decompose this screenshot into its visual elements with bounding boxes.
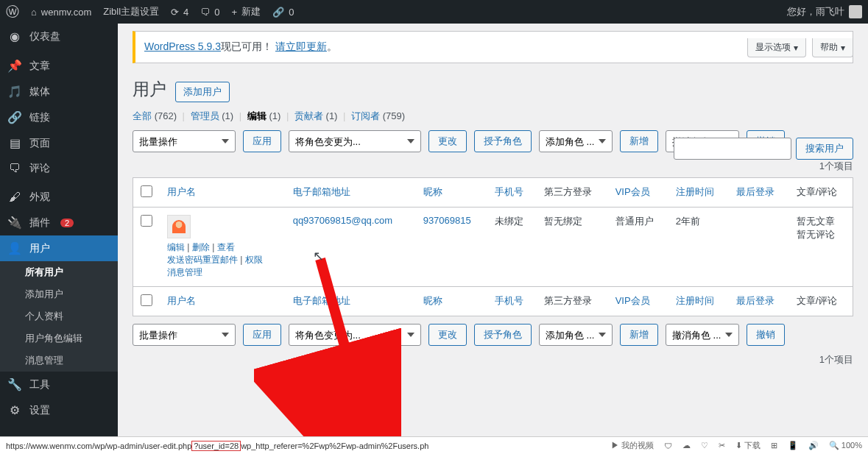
col-vip[interactable]: VIP会员: [615, 186, 650, 197]
filter-editor[interactable]: 编辑: [247, 110, 267, 121]
phone-icon[interactable]: 📱: [788, 441, 798, 450]
col-username[interactable]: 用户名: [167, 295, 196, 306]
video-icon[interactable]: ▶ 我的视频: [611, 440, 654, 451]
search-input[interactable]: [674, 138, 791, 160]
menu-tools[interactable]: 🔧工具: [0, 372, 118, 397]
action-msg[interactable]: 消息管理: [167, 267, 202, 277]
search-button[interactable]: 搜索用户: [796, 138, 853, 160]
add-user-button[interactable]: 添加用户: [175, 82, 230, 102]
col-reg-time[interactable]: 注册时间: [676, 186, 714, 197]
change-button-bottom[interactable]: 更改: [428, 324, 467, 346]
menu-appearance[interactable]: 🖌外观: [0, 185, 118, 210]
col-reg-time[interactable]: 注册时间: [676, 295, 714, 306]
col-nickname[interactable]: 昵称: [423, 295, 442, 306]
col-phone[interactable]: 手机号: [495, 295, 523, 306]
sub-message-mgmt[interactable]: 消息管理: [0, 350, 118, 372]
cloud-icon[interactable]: ☁: [682, 441, 691, 450]
user-avatar: [167, 215, 191, 238]
update-link[interactable]: 请立即更新: [275, 40, 327, 52]
sub-add-user[interactable]: 添加用户: [0, 283, 118, 305]
add-role-select-bottom[interactable]: 添加角色 ...: [539, 324, 613, 346]
heart-icon[interactable]: ♡: [701, 441, 708, 450]
theme-settings[interactable]: Zibll主题设置: [103, 5, 159, 18]
col-last-login[interactable]: 最后登录: [736, 186, 775, 197]
pin-icon: 📌: [7, 59, 22, 73]
revoke-role-select-bottom[interactable]: 撤消角色 ...: [666, 324, 739, 346]
updates-link[interactable]: ⟳4: [171, 7, 188, 18]
action-edit[interactable]: 编辑: [167, 242, 185, 252]
filter-admin[interactable]: 管理员: [191, 110, 219, 121]
link-icon: 🔗: [272, 7, 284, 18]
filter-subscriber[interactable]: 订阅者: [351, 110, 380, 121]
zoom-icon[interactable]: 🔍 100%: [829, 441, 862, 450]
scissors-icon[interactable]: ✂: [719, 441, 725, 450]
users-table: 用户名 电子邮箱地址 昵称 手机号 第三方登录 VIP会员 注册时间 最后登录 …: [133, 177, 853, 316]
action-view[interactable]: 查看: [217, 242, 235, 252]
action-reset-pwd[interactable]: 发送密码重置邮件: [167, 255, 238, 265]
revoke-button-bottom[interactable]: 撤销: [747, 324, 785, 346]
grid-icon[interactable]: ⊞: [771, 441, 777, 450]
col-last-login[interactable]: 最后登录: [736, 295, 775, 306]
plus-icon: +: [232, 7, 238, 18]
new-content[interactable]: +新建: [232, 5, 261, 18]
col-phone[interactable]: 手机号: [495, 186, 523, 197]
col-username[interactable]: 用户名: [167, 186, 196, 197]
wp-logo[interactable]: ⓦ: [6, 3, 19, 21]
change-role-select[interactable]: 将角色变更为...: [289, 130, 421, 152]
apply-button[interactable]: 应用: [243, 130, 281, 152]
menu-pages[interactable]: ▤页面: [0, 130, 118, 156]
filter-all[interactable]: 全部: [133, 110, 152, 121]
sub-role-editor[interactable]: 用户角色编辑: [0, 327, 118, 350]
action-caps[interactable]: 权限: [245, 255, 263, 265]
comments-link[interactable]: 🗨0: [200, 7, 219, 18]
select-all-bottom[interactable]: [141, 294, 152, 306]
new-button-bottom[interactable]: 新增: [620, 324, 658, 346]
col-nickname[interactable]: 昵称: [423, 186, 442, 197]
download-icon[interactable]: ⬇ 下载: [735, 440, 761, 451]
menu-users[interactable]: 👤用户: [0, 235, 118, 261]
wp-version-link[interactable]: WordPress 5.9.3: [144, 40, 221, 52]
page-icon: ▤: [7, 136, 22, 150]
site-name[interactable]: ⌂wenmv.com: [31, 7, 91, 18]
sub-all-users[interactable]: 所有用户: [0, 261, 118, 283]
add-role-select[interactable]: 添加角色 ...: [539, 130, 613, 152]
grant-role-button-bottom[interactable]: 授予角色: [474, 324, 532, 346]
menu-settings[interactable]: ⚙设置: [0, 397, 118, 423]
row-nickname[interactable]: 937069815: [423, 215, 471, 226]
row-email[interactable]: qq937069815@qq.com: [293, 215, 392, 226]
menu-media[interactable]: 🎵媒体: [0, 79, 118, 104]
change-role-select-bottom[interactable]: 将角色变更为...: [289, 324, 421, 346]
menu-dashboard[interactable]: ◉仪表盘: [0, 24, 118, 49]
links-toolbar[interactable]: 🔗0: [272, 7, 294, 18]
greeting[interactable]: 您好，雨飞叶: [787, 5, 862, 18]
sub-profile[interactable]: 个人资料: [0, 305, 118, 327]
row-checkbox[interactable]: [141, 215, 152, 227]
grant-role-button[interactable]: 授予角色: [474, 130, 532, 152]
menu-comments[interactable]: 🗨评论: [0, 156, 118, 181]
col-third-login: 第三方登录: [537, 287, 608, 316]
bulk-action-select-bottom[interactable]: 批量操作: [133, 324, 236, 346]
sound-icon[interactable]: 🔊: [808, 441, 819, 450]
bulk-action-select[interactable]: 批量操作: [133, 130, 236, 152]
menu-posts[interactable]: 📌文章: [0, 53, 118, 79]
row-phone: 未绑定: [487, 208, 537, 287]
chevron-down-icon: ▾: [841, 43, 845, 53]
action-delete[interactable]: 删除: [192, 242, 210, 252]
filter-contributor[interactable]: 贡献者: [294, 110, 323, 121]
menu-plugins[interactable]: 🔌插件2: [0, 210, 118, 235]
apply-button-bottom[interactable]: 应用: [243, 324, 281, 346]
help-button[interactable]: 帮助▾: [812, 38, 853, 57]
col-vip[interactable]: VIP会员: [615, 295, 650, 306]
table-row: 编辑 | 删除 | 查看 发送密码重置邮件 | 权限 消息管理 qq937069…: [133, 208, 853, 287]
col-posts-comments: 文章/评论: [789, 287, 853, 316]
screen-options-button[interactable]: 显示选项▾: [747, 38, 806, 57]
avatar: [849, 5, 862, 18]
select-all-top[interactable]: [141, 185, 152, 197]
col-email[interactable]: 电子邮箱地址: [293, 295, 350, 306]
menu-links[interactable]: 🔗链接: [0, 104, 118, 130]
col-email[interactable]: 电子邮箱地址: [293, 186, 350, 197]
shield-icon[interactable]: 🛡: [664, 441, 672, 450]
new-button[interactable]: 新增: [620, 130, 658, 152]
change-button[interactable]: 更改: [428, 130, 467, 152]
brush-icon: 🖌: [7, 191, 22, 204]
